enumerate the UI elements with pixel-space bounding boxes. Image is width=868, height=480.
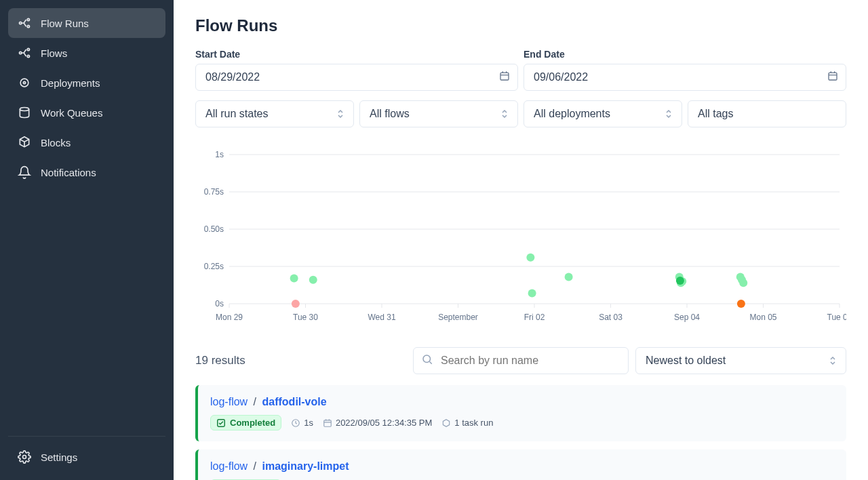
bell-icon	[18, 165, 31, 179]
svg-point-40	[290, 275, 298, 283]
start-date-input[interactable]	[195, 64, 518, 91]
gear-icon	[18, 450, 31, 464]
svg-text:Tue 06: Tue 06	[827, 313, 846, 322]
svg-point-5	[27, 55, 29, 57]
svg-point-51	[676, 277, 684, 285]
svg-point-7	[23, 81, 25, 83]
svg-point-54	[423, 355, 431, 363]
run-card[interactable]: log-flow / daffodil-vole Completed 1s 20…	[195, 385, 846, 441]
sidebar: Flow Runs Flows Deployments Work Queues …	[0, 0, 174, 480]
run-card[interactable]: log-flow / imaginary-limpet Completed 1s…	[195, 449, 846, 480]
svg-point-44	[565, 273, 573, 281]
svg-rect-11	[829, 73, 837, 80]
svg-text:Wed 31: Wed 31	[368, 313, 395, 322]
deployments-icon	[18, 76, 31, 89]
svg-text:Mon 29: Mon 29	[216, 313, 243, 322]
sidebar-item-label: Deployments	[41, 77, 100, 89]
sidebar-item-deployments[interactable]: Deployments	[8, 68, 165, 98]
duration: 1s	[291, 418, 313, 428]
svg-point-8	[20, 108, 28, 111]
calendar-icon[interactable]	[827, 71, 838, 84]
filter-states-select[interactable]: All run states	[195, 100, 354, 127]
timestamp: 2022/09/05 12:34:35 PM	[323, 418, 432, 428]
sidebar-item-settings[interactable]: Settings	[8, 442, 165, 472]
filter-tags-select[interactable]: All tags	[688, 100, 846, 127]
sidebar-item-label: Blocks	[41, 137, 71, 148]
svg-text:0.75s: 0.75s	[204, 187, 224, 197]
sidebar-item-notifications[interactable]: Notifications	[8, 157, 165, 187]
flow-link[interactable]: log-flow	[210, 460, 248, 472]
svg-text:0s: 0s	[215, 299, 224, 308]
calendar-icon	[323, 418, 332, 428]
svg-point-53	[737, 300, 745, 308]
run-title: log-flow / imaginary-limpet	[210, 460, 834, 473]
svg-point-2	[27, 25, 29, 27]
svg-point-1	[27, 18, 29, 20]
svg-text:1s: 1s	[215, 150, 224, 159]
svg-rect-10	[500, 73, 509, 80]
chevron-updown-icon	[665, 109, 672, 119]
start-date-label: Start Date	[195, 49, 518, 60]
chevron-updown-icon	[337, 109, 344, 119]
chevron-updown-icon	[501, 109, 508, 119]
sort-select[interactable]: Newest to oldest	[635, 347, 846, 374]
svg-text:Fri 02: Fri 02	[524, 313, 545, 322]
svg-text:0.25s: 0.25s	[204, 262, 224, 271]
svg-point-3	[20, 52, 22, 54]
sidebar-item-flows[interactable]: Flows	[8, 38, 165, 68]
sidebar-item-label: Flow Runs	[41, 18, 89, 29]
svg-text:September: September	[438, 313, 478, 322]
svg-point-4	[27, 48, 29, 50]
flow-link[interactable]: log-flow	[210, 396, 248, 407]
work-queues-icon	[18, 106, 31, 119]
main-content: Flow Runs Start Date End Date	[174, 0, 868, 480]
svg-point-9	[23, 456, 26, 459]
run-link[interactable]: daffodil-vole	[262, 396, 327, 407]
clock-icon	[291, 418, 300, 428]
task-count: 1 task run	[441, 418, 493, 428]
svg-point-41	[309, 276, 317, 284]
svg-point-52	[292, 300, 300, 308]
chevron-updown-icon	[829, 356, 836, 365]
sidebar-item-label: Settings	[41, 452, 77, 463]
svg-point-43	[528, 289, 536, 298]
runs-list: log-flow / daffodil-vole Completed 1s 20…	[195, 385, 846, 480]
sidebar-item-flow-runs[interactable]: Flow Runs	[8, 8, 165, 38]
search-input[interactable]	[413, 347, 629, 374]
separator: /	[254, 460, 256, 472]
sidebar-item-label: Work Queues	[41, 107, 102, 119]
run-link[interactable]: imaginary-limpet	[262, 460, 349, 472]
blocks-icon	[18, 136, 31, 149]
run-meta: Completed 1s 2022/09/05 12:34:35 PM 1 ta…	[210, 415, 834, 431]
svg-text:Sat 03: Sat 03	[599, 313, 623, 322]
svg-point-42	[526, 254, 534, 262]
svg-point-6	[20, 79, 28, 87]
status-badge: Completed	[210, 415, 281, 431]
separator: /	[254, 396, 256, 407]
svg-text:Tue 30: Tue 30	[293, 313, 318, 322]
results-count: 19 results	[195, 354, 406, 367]
svg-text:Sep 04: Sep 04	[674, 313, 700, 322]
svg-text:0.50s: 0.50s	[204, 224, 224, 234]
runs-scatter-chart: 0s0.25s0.50s0.75s1sMon 29Tue 30Wed 31Sep…	[195, 148, 846, 331]
search-icon	[421, 353, 433, 368]
svg-rect-57	[324, 420, 332, 426]
svg-point-0	[20, 22, 22, 24]
end-date-input[interactable]	[524, 64, 846, 91]
flows-icon	[18, 46, 31, 60]
page-title: Flow Runs	[195, 16, 846, 35]
sidebar-item-label: Notifications	[41, 167, 96, 178]
filter-bar: Start Date End Date All run	[195, 49, 846, 127]
sidebar-item-work-queues[interactable]: Work Queues	[8, 98, 165, 127]
flow-runs-icon	[18, 16, 31, 30]
task-icon	[441, 418, 451, 428]
sidebar-item-label: Flows	[41, 47, 67, 59]
run-title: log-flow / daffodil-vole	[210, 396, 834, 408]
sidebar-item-blocks[interactable]: Blocks	[8, 127, 165, 157]
svg-point-50	[739, 279, 747, 287]
filter-flows-select[interactable]: All flows	[359, 100, 518, 127]
svg-text:Mon 05: Mon 05	[749, 313, 776, 322]
calendar-icon[interactable]	[499, 71, 510, 84]
end-date-label: End Date	[524, 49, 846, 60]
filter-deployments-select[interactable]: All deployments	[524, 100, 682, 127]
